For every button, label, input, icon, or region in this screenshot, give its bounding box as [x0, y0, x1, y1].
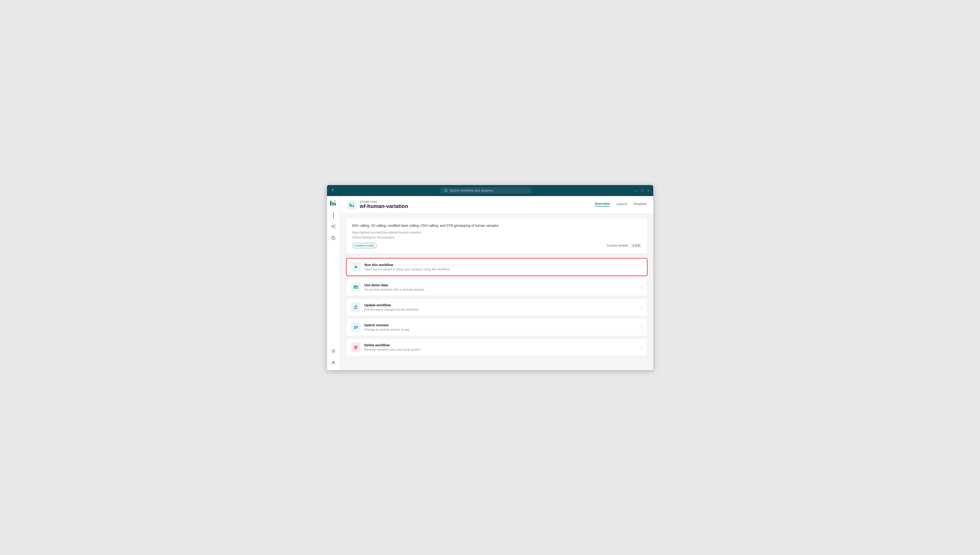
svg-rect-13 [353, 203, 354, 204]
svg-point-6 [335, 228, 336, 228]
search-area: Search workflows and analyses [338, 187, 634, 194]
switch-revision-chevron: › [641, 325, 642, 329]
update-workflow-text: Update workflow Pull the latest changes … [364, 303, 637, 311]
sidebar-item-workflows[interactable] [329, 222, 338, 231]
delete-workflow-title: Delete workflow [364, 343, 637, 347]
titlebar: Search workflows and analyses — □ × [327, 185, 653, 196]
sidebar-item-history[interactable] [329, 233, 338, 243]
sidebar [327, 196, 340, 370]
workflow-link[interactable]: https://github.com/epi2me-labs/wf-human-… [352, 231, 642, 234]
svg-point-10 [333, 361, 334, 363]
minimize-button[interactable]: — [634, 189, 638, 192]
search-box[interactable]: Search workflows and analyses [440, 187, 531, 194]
search-placeholder: Search workflows and analyses [450, 189, 493, 192]
header-left: EPI2ME-LABS wf-human-variation [347, 201, 408, 210]
svg-marker-15 [355, 266, 357, 268]
svg-rect-3 [335, 200, 336, 202]
delete-workflow-text: Delete workflow Remove workflow from you… [364, 343, 637, 351]
window-controls: — □ × [634, 189, 649, 192]
back-button[interactable] [331, 188, 338, 193]
app-logo[interactable] [329, 199, 338, 207]
update-icon-bg [351, 303, 360, 312]
demo-data-chevron: › [641, 285, 642, 289]
svg-rect-16 [354, 286, 358, 286]
svg-rect-1 [330, 201, 331, 205]
info-card: SNV calling, SV calling, modified base c… [346, 218, 647, 254]
workflow-name: wf-human-variation [360, 203, 408, 209]
version-value: 2.2.0 [631, 243, 642, 248]
svg-point-7 [331, 226, 332, 227]
sidebar-item-account[interactable] [329, 358, 338, 367]
main-content: EPI2ME-LABS wf-human-variation Overview … [340, 196, 653, 370]
delete-workflow-desc: Remove workflow from your local system. [364, 348, 637, 351]
demo-data-title: Use demo data [364, 283, 637, 287]
action-switch-revision[interactable]: Switch revision Change to another branch… [346, 318, 647, 336]
sidebar-item-settings[interactable] [329, 346, 338, 356]
workflow-org: EPI2ME-LABS [360, 201, 408, 203]
svg-point-5 [335, 225, 336, 225]
workflow-icon [347, 201, 357, 210]
update-workflow-chevron: › [641, 305, 642, 310]
action-run-workflow[interactable]: Run this workflow Open launch wizard to … [346, 258, 647, 276]
page-nav: Overview Launch Readme [595, 201, 646, 207]
svg-rect-11 [350, 204, 351, 207]
switch-revision-desc: Change to another branch or tag [364, 328, 637, 331]
page-header: EPI2ME-LABS wf-human-variation Overview … [340, 196, 653, 213]
switch-revision-title: Switch revision [364, 323, 637, 327]
maximize-button[interactable]: □ [642, 189, 644, 192]
action-delete-workflow[interactable]: Delete workflow Remove workflow from you… [346, 338, 647, 356]
workflow-title-block: EPI2ME-LABS wf-human-variation [360, 201, 408, 209]
action-demo-data[interactable]: Use demo data Try out this workflow with… [346, 278, 647, 296]
svg-point-9 [333, 350, 334, 351]
delete-icon-bg [351, 343, 360, 352]
close-button[interactable]: × [647, 189, 649, 192]
version-info: Current version: 2.2.0 [607, 243, 641, 248]
nav-launch[interactable]: Launch [617, 202, 627, 206]
switch-icon-bg [351, 322, 360, 332]
nav-readme[interactable]: Readme [634, 202, 647, 206]
info-card-footer: Installed locally Current version: 2.2.0 [352, 243, 642, 248]
demo-data-desc: Try out this workflow with a minimal dat… [364, 288, 637, 291]
svg-rect-14 [353, 205, 354, 207]
installed-badge: Installed locally [352, 243, 376, 248]
version-label: Current version: [607, 244, 629, 247]
switch-revision-text: Switch revision Change to another branch… [364, 323, 637, 331]
demo-icon-bg [351, 282, 360, 292]
action-update-workflow[interactable]: Update workflow Pull the latest changes … [346, 298, 647, 316]
run-workflow-desc: Open launch wizard to setup your analysi… [365, 268, 637, 271]
run-workflow-title: Run this workflow [365, 263, 637, 267]
svg-rect-2 [332, 202, 334, 205]
demo-data-text: Use demo data Try out this workflow with… [364, 283, 637, 291]
workflow-org-name: Oxford Nanopore Technologies [352, 236, 642, 239]
action-list: Run this workflow Open launch wizard to … [340, 258, 653, 356]
update-workflow-title: Update workflow [364, 303, 637, 307]
run-icon-bg [351, 262, 361, 272]
nav-overview[interactable]: Overview [595, 202, 609, 207]
update-workflow-desc: Pull the latest changes for this workflo… [364, 308, 637, 311]
delete-workflow-chevron: › [641, 345, 642, 350]
workflow-description: SNV calling, SV calling, modified base c… [352, 223, 642, 228]
run-workflow-text: Run this workflow Open launch wizard to … [365, 263, 637, 271]
active-indicator [333, 212, 334, 219]
svg-rect-4 [335, 203, 336, 205]
run-workflow-chevron: › [641, 265, 642, 269]
sidebar-bottom [329, 346, 338, 367]
svg-rect-12 [351, 204, 352, 207]
